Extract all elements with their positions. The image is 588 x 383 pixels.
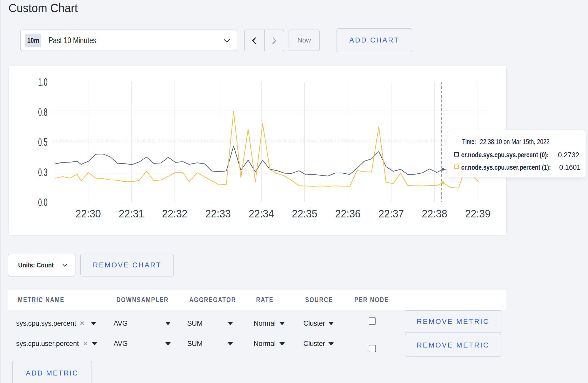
svg-text:22:38: 22:38: [422, 208, 447, 220]
svg-text:22:39: 22:39: [465, 208, 491, 220]
svg-text:22:33: 22:33: [205, 208, 231, 220]
svg-text:22:30: 22:30: [75, 208, 101, 220]
svg-text:0.5: 0.5: [38, 136, 47, 148]
svg-text:1.0: 1.0: [38, 76, 47, 88]
svg-text:0.8: 0.8: [38, 106, 47, 118]
svg-text:0.3: 0.3: [38, 166, 47, 178]
svg-text:22:32: 22:32: [162, 208, 187, 220]
svg-text:22:31: 22:31: [119, 208, 144, 220]
svg-text:22:36: 22:36: [335, 208, 361, 220]
svg-text:0.0: 0.0: [38, 196, 47, 208]
svg-text:22:34: 22:34: [249, 208, 274, 220]
svg-text:22:35: 22:35: [292, 208, 317, 220]
svg-text:22:37: 22:37: [379, 208, 404, 220]
